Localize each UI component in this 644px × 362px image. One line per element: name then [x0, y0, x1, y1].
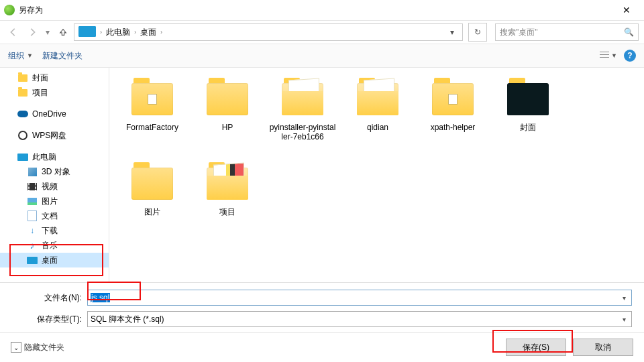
app-icon	[4, 5, 15, 15]
file-grid: FormatFactoryHPpyinstaller-pyinstaller-7…	[109, 68, 644, 282]
sidebar-item-label: 音乐	[42, 240, 58, 251]
crumb-dropdown-icon[interactable]: ▾	[445, 27, 460, 37]
folder-icon	[429, 78, 476, 120]
up-button[interactable]	[55, 24, 71, 40]
file-icon	[27, 210, 38, 221]
wps-icon	[17, 130, 28, 141]
folder-icon	[17, 87, 28, 98]
forward-button[interactable]	[24, 24, 40, 40]
bottom-form: 文件名(N): js.sql ▾ 保存类型(T): SQL 脚本文件 (*.sq…	[0, 283, 644, 337]
grid-item[interactable]: 图片	[115, 159, 190, 243]
sidebar-item-label: 此电脑	[32, 152, 56, 163]
grid-item[interactable]: FormatFactory	[115, 74, 190, 159]
grid-item[interactable]: 封面	[490, 74, 566, 159]
breadcrumb[interactable]: › 此电脑 › 桌面 › ▾	[74, 23, 463, 41]
folder-icon	[204, 78, 251, 120]
sidebar-item-label: 桌面	[42, 255, 58, 266]
sidebar-item-10[interactable]: ♪音乐	[0, 238, 109, 253]
filename-label: 文件名(N):	[12, 292, 87, 304]
sidebar-item-label: OneDrive	[32, 109, 66, 119]
footer: ⌄ 隐藏文件夹 保存(S) 取消	[0, 332, 644, 362]
sidebar-item-4[interactable]: 此电脑	[0, 149, 109, 164]
folder-icon	[279, 78, 326, 120]
help-icon[interactable]: ?	[624, 50, 636, 62]
folder-icon	[504, 78, 551, 120]
view-options-button[interactable]: ▼	[600, 52, 617, 60]
grid-item-label: 封面	[520, 123, 536, 132]
grid-item-label: 项目	[219, 207, 235, 217]
cancel-button[interactable]: 取消	[573, 339, 633, 356]
new-folder-button[interactable]: 新建文件夹	[42, 50, 83, 62]
sidebar-item-6[interactable]: 视频	[0, 179, 109, 194]
chevron-right-icon: ›	[99, 29, 103, 36]
sidebar-item-3[interactable]: WPS网盘	[0, 128, 109, 143]
crumb-leaf[interactable]: 桌面	[139, 27, 158, 38]
save-as-dialog: 另存为 ✕ ▾ › 此电脑 › 桌面 › ▾ ↻ 搜索"桌面" 🔍 组织▼	[0, 0, 644, 362]
filetype-select[interactable]: SQL 脚本文件 (*.sql) ▾	[87, 311, 632, 327]
chevron-down-icon[interactable]: ▾	[620, 316, 629, 323]
hide-folders-toggle[interactable]: ⌄ 隐藏文件夹	[11, 342, 64, 353]
folder-icon	[129, 78, 176, 120]
sidebar-item-0[interactable]: 封面	[0, 70, 109, 85]
grid-item-label: FormatFactory	[126, 123, 178, 132]
crumb-root[interactable]: 此电脑	[105, 27, 131, 38]
sidebar-item-label: 视频	[42, 181, 58, 192]
grid-item-label: qidian	[367, 123, 388, 132]
chevron-down-icon: ⌄	[11, 342, 21, 353]
grid-item[interactable]: 项目	[190, 159, 265, 243]
video-icon	[27, 181, 38, 192]
save-button[interactable]: 保存(S)	[506, 339, 566, 356]
sidebar-item-label: 文档	[42, 210, 58, 222]
monitor-icon	[78, 26, 96, 37]
grid-item-label: xpath-helper	[431, 123, 476, 132]
sidebar-item-label: 下载	[42, 225, 58, 237]
window-title: 另存为	[19, 5, 43, 16]
sidebar-item-label: WPS网盘	[32, 130, 66, 141]
sidebar-item-9[interactable]: ↓下载	[0, 223, 109, 238]
grid-item[interactable]: xpath-helper	[415, 74, 490, 159]
sidebar-item-label: 封面	[32, 72, 48, 84]
titlebar: 另存为 ✕	[0, 0, 644, 21]
body: 封面项目OneDriveWPS网盘此电脑3D 对象视频图片文档↓下载♪音乐桌面 …	[0, 68, 644, 282]
sidebar-item-8[interactable]: 文档	[0, 208, 109, 223]
close-button[interactable]: ✕	[613, 5, 640, 15]
sidebar: 封面项目OneDriveWPS网盘此电脑3D 对象视频图片文档↓下载♪音乐桌面	[0, 68, 109, 282]
sidebar-item-label: 3D 对象	[42, 166, 70, 178]
sidebar-item-label: 图片	[42, 196, 58, 207]
search-placeholder: 搜索"桌面"	[500, 27, 538, 38]
filename-value: js.sql	[91, 293, 110, 302]
sidebar-item-11[interactable]: 桌面	[0, 253, 109, 267]
sidebar-item-5[interactable]: 3D 对象	[0, 164, 109, 179]
history-dropdown-icon[interactable]: ▾	[46, 27, 50, 37]
onedrive-icon	[17, 109, 28, 119]
folder-icon	[204, 163, 251, 204]
grid-item-label: HP	[222, 123, 233, 132]
search-input[interactable]: 搜索"桌面" 🔍	[495, 23, 639, 41]
folder-icon	[354, 78, 401, 120]
chevron-right-icon: ›	[159, 29, 164, 36]
filetype-value: SQL 脚本文件 (*.sql)	[91, 314, 620, 325]
grid-item[interactable]: pyinstaller-pyinstaller-7eb1c66	[265, 74, 340, 159]
sidebar-item-label: 项目	[32, 87, 48, 99]
chevron-right-icon: ›	[133, 29, 138, 36]
toolbar: 组织▼ 新建文件夹 ▼ ?	[0, 44, 644, 68]
picture-icon	[27, 196, 38, 206]
pc-icon	[17, 152, 28, 162]
grid-item[interactable]: qidian	[340, 74, 415, 159]
sidebar-item-7[interactable]: 图片	[0, 194, 109, 208]
nav-bar: ▾ › 此电脑 › 桌面 › ▾ ↻ 搜索"桌面" 🔍	[0, 21, 644, 44]
refresh-button[interactable]: ↻	[468, 23, 487, 42]
filename-input[interactable]: js.sql ▾	[87, 290, 632, 306]
filetype-label: 保存类型(T):	[12, 314, 87, 325]
sidebar-item-1[interactable]: 项目	[0, 85, 109, 100]
cube-icon	[27, 166, 38, 177]
organize-menu[interactable]: 组织▼	[8, 50, 33, 62]
pc-icon	[27, 255, 38, 265]
grid-item[interactable]: HP	[190, 74, 265, 159]
grid-item-label: pyinstaller-pyinstaller-7eb1c66	[269, 123, 336, 141]
folder-icon	[17, 72, 28, 83]
back-button[interactable]	[5, 24, 21, 40]
chevron-down-icon[interactable]: ▾	[620, 294, 629, 302]
sidebar-item-2[interactable]: OneDrive	[0, 107, 109, 121]
folder-icon	[129, 163, 176, 204]
